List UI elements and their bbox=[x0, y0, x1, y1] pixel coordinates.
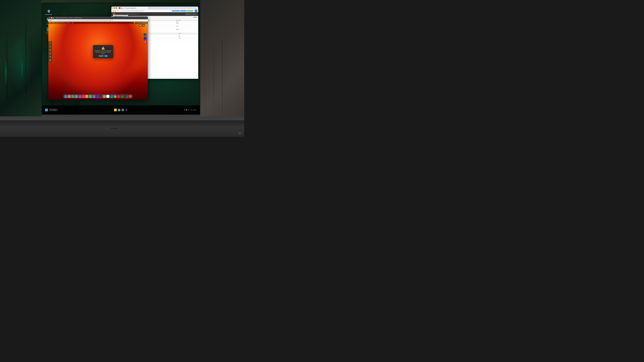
vnc-refresh-btn[interactable]: ↻ bbox=[52, 19, 53, 21]
usb-port-2 bbox=[112, 128, 114, 129]
proxmox-search-input[interactable] bbox=[186, 13, 196, 15]
dock-app13[interactable] bbox=[117, 95, 120, 98]
taskbar-settings[interactable]: ⚙ bbox=[122, 109, 124, 111]
row-usage-2 bbox=[176, 24, 198, 26]
taskbar-left: 🔍 Search bbox=[45, 109, 58, 111]
finder-menu[interactable]: Finder bbox=[52, 22, 55, 23]
taskbar-network-icon: 📶 bbox=[186, 109, 187, 110]
right-dock-trash[interactable]: 🗑 bbox=[144, 41, 147, 44]
view-menu[interactable]: View bbox=[62, 22, 64, 23]
refresh-btn[interactable]: ↻ bbox=[117, 10, 119, 12]
usb-port-3 bbox=[115, 128, 116, 129]
tab-title: ayush - Proxmox Virtual Envi... bbox=[121, 7, 137, 9]
taskbar-search[interactable]: 🔍 Search bbox=[49, 109, 58, 111]
dock-app12[interactable] bbox=[110, 95, 113, 98]
forward-btn[interactable]: ▶ bbox=[114, 10, 116, 12]
browser-tab[interactable]: ayush - Proxmox Virtual Envi... bbox=[118, 7, 148, 9]
apple-menu[interactable]: 🍎 bbox=[49, 22, 51, 24]
dock-app2[interactable] bbox=[75, 95, 78, 98]
vnc-clipboard-btn[interactable]: ⊞ bbox=[49, 49, 52, 51]
vnc-screenshot-btn[interactable]: ⊟ bbox=[49, 52, 52, 55]
windows-start-btn[interactable] bbox=[45, 109, 48, 111]
macos-icon-2[interactable] bbox=[142, 24, 145, 27]
dock-app6[interactable] bbox=[89, 95, 92, 98]
right-environment bbox=[200, 0, 244, 116]
create-vm-btn[interactable]: Create VM bbox=[180, 10, 187, 11]
dock-app3[interactable] bbox=[78, 95, 81, 98]
macos-right-dock: 🗑 bbox=[144, 33, 147, 44]
user-avatar[interactable] bbox=[194, 9, 198, 12]
help-menu[interactable]: Help bbox=[72, 22, 74, 23]
dock-app11[interactable] bbox=[106, 95, 109, 98]
file-menu[interactable]: File bbox=[56, 22, 58, 23]
maximize-btn[interactable] bbox=[114, 7, 115, 9]
usb-port-1 bbox=[110, 128, 112, 129]
minimize-btn[interactable] bbox=[112, 7, 113, 9]
scene-container: Recycle Bin Google Chrome e Microsoft Ed… bbox=[0, 0, 244, 137]
taskbar-chrome[interactable] bbox=[118, 109, 120, 111]
vnc-close-btn[interactable] bbox=[49, 17, 50, 18]
svg-text:P: P bbox=[113, 14, 114, 14]
start-q1 bbox=[45, 109, 46, 110]
window-menu[interactable]: Window bbox=[67, 22, 70, 23]
right-dock-2[interactable] bbox=[144, 37, 147, 40]
go-menu[interactable]: Go bbox=[64, 22, 66, 23]
new-tab-btn[interactable]: + bbox=[148, 7, 150, 9]
vnc-back-btn[interactable]: ◀ bbox=[49, 19, 50, 21]
dock-separator bbox=[124, 95, 124, 98]
proxmox-search[interactable] bbox=[185, 13, 197, 15]
recycle-bin-label: Recycle Bin bbox=[45, 14, 52, 15]
dock-safari[interactable] bbox=[68, 95, 70, 98]
edit-menu[interactable]: Edit bbox=[59, 22, 60, 23]
start-q4 bbox=[46, 110, 48, 111]
right-dock-1[interactable] bbox=[144, 33, 147, 36]
svg-rect-2 bbox=[48, 10, 49, 10]
dock-terminal[interactable] bbox=[125, 95, 128, 98]
dock-app10[interactable] bbox=[103, 95, 106, 98]
vnc-maximize-btn[interactable] bbox=[53, 17, 54, 18]
dock-finder[interactable] bbox=[64, 95, 67, 98]
macos-battery-icon: 🔋 bbox=[138, 22, 139, 23]
dock-trash[interactable]: 🗑 bbox=[129, 95, 132, 98]
vnc-fullscreen-btn[interactable]: ⊕ bbox=[49, 45, 52, 48]
dock-app7[interactable] bbox=[92, 95, 95, 98]
recycle-bin-icon-desktop[interactable]: Recycle Bin bbox=[44, 9, 53, 15]
dock-app1[interactable] bbox=[71, 95, 74, 98]
dock-app14[interactable] bbox=[120, 95, 124, 98]
macos-menubar: 🍎 Finder File Edit View Go Window Help 📶… bbox=[48, 22, 148, 24]
status-row-status-0: OK bbox=[178, 34, 198, 36]
macos-icon-1[interactable] bbox=[139, 24, 142, 27]
create-ct-btn[interactable]: Create CT bbox=[187, 10, 193, 11]
dock-app9[interactable] bbox=[99, 95, 102, 98]
row-usage-4 bbox=[176, 27, 198, 29]
dialog-cancel-btn[interactable]: Cancel bbox=[98, 55, 104, 57]
dock-chrome[interactable] bbox=[113, 95, 116, 98]
audio-port bbox=[103, 129, 103, 129]
browser-titlebar: ayush - Proxmox Virtual Envi... + bbox=[111, 6, 198, 9]
vnc-address-bar[interactable]: Not secure https://192.168.29.32:8006/?c… bbox=[54, 20, 147, 21]
vnc-window-controls bbox=[49, 17, 54, 18]
documentation-btn[interactable]: Documentation bbox=[172, 10, 180, 11]
vnc-forward-btn[interactable]: ▶ bbox=[50, 19, 52, 21]
vnc-titlebar: QEMU (HACKINTOSH) - noVNC - Google Chrom… bbox=[48, 16, 148, 19]
dock-app5[interactable] bbox=[85, 95, 88, 98]
vnc-settings-btn[interactable]: ⚙ bbox=[49, 55, 52, 58]
macos-dock: 🗑 bbox=[63, 94, 133, 98]
vnc-power-btn[interactable]: ⏻ bbox=[49, 59, 52, 61]
vnc-minimize-btn[interactable] bbox=[51, 17, 52, 18]
content-search-btn[interactable]: Search bbox=[193, 16, 197, 18]
status-row-status-1: OK bbox=[178, 36, 198, 37]
vnc-url: https://192.168.29.32:8006/?console=kvm&… bbox=[59, 20, 113, 21]
status-col-header: Status bbox=[178, 32, 198, 34]
svg-rect-13 bbox=[143, 25, 144, 26]
dock-app8[interactable] bbox=[96, 95, 99, 98]
dock-app4[interactable] bbox=[82, 95, 85, 98]
close-btn[interactable] bbox=[116, 7, 117, 9]
address-bar[interactable]: Not secure https://192.168.29.32:8006/#v… bbox=[120, 10, 170, 12]
tab-favicon bbox=[119, 7, 120, 9]
taskbar-explorer[interactable]: 📁 bbox=[114, 109, 117, 111]
back-btn[interactable]: ◀ bbox=[112, 10, 114, 12]
dialog-ok-btn[interactable]: OK bbox=[104, 55, 108, 57]
taskbar-steam[interactable]: ♟ bbox=[125, 109, 128, 111]
left-environment bbox=[0, 0, 42, 116]
